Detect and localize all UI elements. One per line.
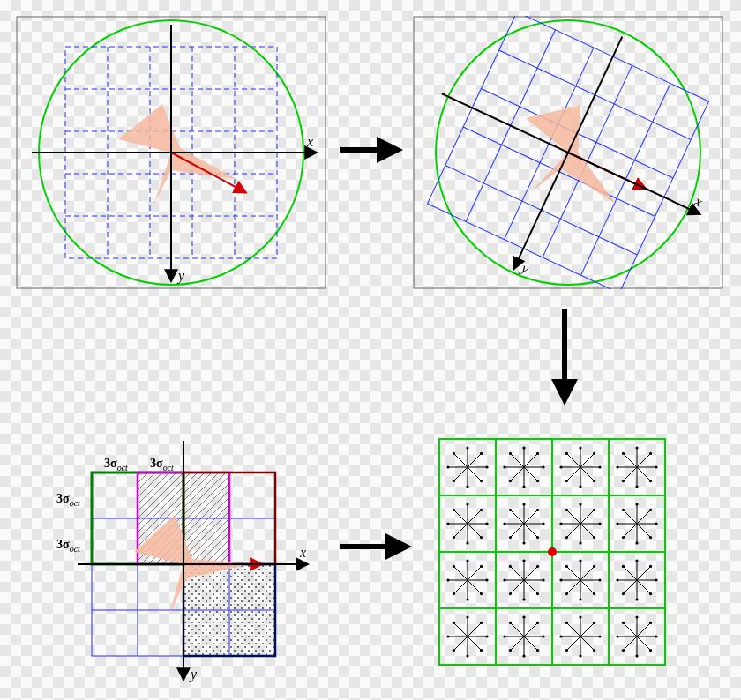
svg-point-125: [466, 503, 468, 505]
svg-line-294: [623, 637, 637, 651]
svg-line-86: [566, 467, 580, 481]
svg-line-230: [623, 580, 637, 594]
svg-point-299: [622, 622, 625, 624]
svg-point-111: [649, 452, 652, 455]
svg-point-297: [616, 635, 618, 637]
svg-line-174: [637, 510, 651, 524]
svg-point-187: [453, 565, 455, 568]
svg-line-298: [623, 622, 637, 637]
svg-line-290: [637, 637, 651, 651]
svg-line-198: [510, 580, 524, 594]
svg-point-259: [536, 649, 539, 652]
svg-point-51: [480, 480, 483, 482]
orientation-glyph: [498, 86, 647, 228]
svg-point-135: [509, 536, 512, 539]
svg-point-199: [509, 592, 512, 595]
svg-point-207: [536, 565, 539, 568]
svg-point-83: [593, 480, 595, 482]
svg-line-110: [637, 453, 651, 467]
svg-line-210: [580, 580, 595, 594]
svg-line-66: [524, 467, 538, 481]
svg-point-109: [635, 446, 638, 449]
svg-point-219: [565, 565, 568, 568]
svg-point-245: [466, 654, 468, 657]
svg-point-213: [579, 598, 581, 600]
svg-point-217: [559, 578, 562, 581]
svg-line-62: [468, 453, 482, 467]
svg-point-171: [622, 509, 625, 511]
svg-line-146: [580, 524, 595, 538]
axis-y-label: y: [176, 268, 185, 284]
svg-line-214: [566, 580, 580, 594]
svg-point-63: [480, 452, 483, 455]
svg-line-74: [510, 453, 524, 467]
svg-point-49: [485, 465, 488, 468]
svg-line-54: [453, 467, 468, 481]
svg-rect-36: [183, 564, 275, 656]
panel-top-right: x y: [413, 16, 723, 289]
svg-line-278: [566, 637, 580, 651]
svg-line-222: [580, 566, 595, 580]
svg-line-170: [623, 510, 637, 524]
svg-point-235: [622, 565, 625, 568]
svg-text:3σoct: 3σoct: [150, 457, 174, 473]
svg-line-98: [637, 467, 651, 481]
svg-point-173: [635, 503, 638, 505]
axis-x-label: x: [306, 134, 313, 149]
svg-point-261: [522, 654, 525, 657]
svg-line-106: [623, 453, 637, 467]
svg-point-209: [598, 578, 601, 581]
sigma-row1-label: 3σoct: [56, 492, 80, 508]
svg-point-273: [598, 635, 601, 637]
svg-point-223: [593, 565, 595, 568]
arrow-tl-tr: [335, 132, 406, 168]
svg-point-251: [453, 622, 455, 624]
svg-point-71: [509, 480, 512, 482]
svg-point-189: [466, 559, 468, 562]
svg-point-89: [559, 465, 562, 468]
svg-point-233: [616, 578, 618, 581]
svg-line-122: [453, 510, 468, 524]
svg-point-87: [565, 480, 568, 482]
svg-line-78: [524, 453, 538, 467]
svg-line-286: [580, 622, 595, 637]
svg-point-283: [565, 622, 568, 624]
svg-line-142: [524, 510, 538, 524]
svg-point-263: [509, 649, 512, 652]
svg-point-161: [655, 522, 657, 525]
svg-point-205: [522, 559, 525, 562]
svg-line-218: [566, 566, 580, 580]
svg-line-254: [468, 622, 482, 637]
svg-point-65: [542, 465, 544, 468]
svg-point-107: [622, 452, 625, 455]
svg-point-163: [649, 536, 652, 539]
svg-point-149: [579, 541, 581, 544]
svg-point-157: [579, 503, 581, 505]
svg-point-277: [579, 654, 581, 657]
svg-point-93: [579, 446, 581, 449]
svg-point-267: [509, 622, 512, 624]
svg-point-113: [485, 522, 488, 525]
svg-point-211: [593, 592, 595, 595]
svg-point-197: [522, 598, 525, 600]
svg-point-55: [453, 480, 455, 482]
svg-point-265: [503, 635, 505, 637]
svg-point-203: [509, 565, 512, 568]
svg-line-126: [468, 510, 482, 524]
svg-line-150: [566, 524, 580, 538]
svg-point-119: [453, 536, 455, 539]
svg-line-178: [468, 580, 482, 594]
svg-point-53: [466, 485, 468, 488]
panel-bottom-left: 3σoct 3σoct 3σoct 3σoct x y: [25, 370, 342, 688]
svg-point-241: [485, 635, 488, 637]
svg-point-117: [466, 541, 468, 544]
svg-line-118: [453, 524, 468, 538]
svg-line-114: [468, 524, 482, 538]
svg-point-295: [622, 649, 625, 652]
svg-point-253: [466, 615, 468, 618]
svg-line-202: [510, 566, 524, 580]
svg-point-61: [466, 446, 468, 449]
svg-point-301: [635, 615, 638, 618]
svg-point-85: [579, 485, 581, 488]
svg-point-153: [559, 522, 562, 525]
